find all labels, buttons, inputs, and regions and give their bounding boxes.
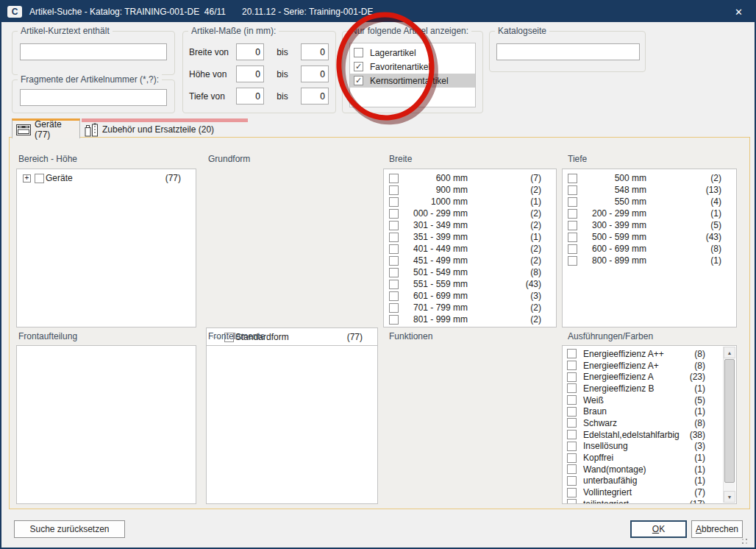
breite-option-row[interactable]: ✓ 1000 mm (1)	[384, 196, 556, 208]
breite-von-input[interactable]	[236, 43, 264, 60]
breite-option-row[interactable]: ✓ 551 - 559 mm (43)	[384, 278, 556, 290]
checkbox[interactable]: ✓	[567, 488, 577, 497]
checkbox[interactable]: ✓	[568, 174, 577, 183]
ausfuehrung-option-row[interactable]: ✓ Insellösung (3)	[563, 441, 736, 453]
abbrechen-button[interactable]: Abbrechen	[691, 520, 743, 538]
checkbox[interactable]: ✓	[389, 303, 399, 313]
hoehe-von-input[interactable]	[236, 65, 264, 82]
ausfuehrung-option-row[interactable]: ✓ Energieeffizienz A+ (8)	[563, 360, 736, 372]
tiefe-option-row[interactable]: ✓ 200 - 299 mm (1)	[563, 208, 736, 219]
breite-option-row[interactable]: ✓ 301 - 349 mm (2)	[384, 219, 556, 231]
scroll-up-icon[interactable]: ▲	[724, 347, 735, 358]
scrollbar-thumb[interactable]	[724, 359, 735, 483]
breite-option-row[interactable]: ✓ 000 - 299 mm (2)	[384, 208, 556, 219]
checkbox[interactable]: ✓	[568, 233, 577, 242]
ausfuehrung-option-row[interactable]: ✓ Kopffrei (1)	[563, 452, 736, 464]
close-icon[interactable]: ✕	[730, 5, 747, 19]
checkbox[interactable]: ✓	[389, 244, 399, 254]
checkbox[interactable]: ✓	[567, 464, 577, 474]
artikel-typ-option[interactable]: ✓ Favoritenartikel	[350, 60, 475, 74]
checkbox[interactable]: ✓	[389, 197, 399, 207]
tiefe-option-row[interactable]: ✓ 300 - 399 mm (5)	[563, 219, 736, 231]
checkbox[interactable]: ✓	[567, 372, 577, 382]
checkbox[interactable]: ✓	[389, 280, 399, 289]
ausfuehrung-option-row[interactable]: ✓ Vollintegriert (7)	[563, 486, 736, 498]
tiefe-option-row[interactable]: ✓ 500 - 599 mm (43)	[563, 231, 736, 243]
checkbox[interactable]: ✓	[567, 349, 577, 358]
resize-grip[interactable]	[746, 539, 747, 540]
tiefe-option-row[interactable]: ✓ 600 - 699 mm (8)	[563, 243, 736, 255]
checkbox[interactable]: ✓	[567, 361, 577, 370]
ausfuehrung-option-row[interactable]: ✓ Edelstahl,edelstahlfarbig (38)	[563, 429, 736, 441]
breite-bis-input[interactable]	[301, 43, 329, 60]
tiefe-bis-input[interactable]	[301, 88, 329, 105]
artikel-typ-option[interactable]: ✓ Lagerartikel	[350, 46, 475, 60]
tiefe-von-input[interactable]	[236, 88, 264, 105]
checkbox[interactable]: ✓	[567, 395, 577, 405]
checkbox[interactable]: ✓	[567, 418, 577, 428]
ausfuehrung-option-row[interactable]: ✓ Wand(montage) (1)	[563, 464, 736, 475]
ausfuehrung-option-row[interactable]: ✓ unterbaufähig (1)	[563, 475, 736, 487]
checkbox[interactable]: ✓	[389, 315, 399, 325]
hoehe-bis-input[interactable]	[301, 65, 329, 82]
ausfuehrung-option-row[interactable]: ✓ Energieeffizienz A (23)	[563, 371, 736, 383]
artikelnummer-input[interactable]	[20, 89, 167, 106]
ausfuehrung-option-row[interactable]: ✓ Schwarz (8)	[563, 417, 736, 429]
expand-plus-icon[interactable]: +	[23, 174, 31, 183]
breite-option-row[interactable]: ✓ 501 - 549 mm (8)	[384, 266, 556, 278]
suche-zuruecksetzen-button[interactable]: Suche zurücksetzen	[14, 520, 125, 538]
checkbox[interactable]: ✓	[567, 442, 577, 451]
breite-option-row[interactable]: ✓ 401 - 449 mm (2)	[384, 243, 556, 255]
breite-option-row[interactable]: ✓ 451 - 499 mm (2)	[384, 255, 556, 266]
checkbox[interactable]: ✓	[389, 209, 399, 219]
breite-option-row[interactable]: ✓ 701 - 799 mm (2)	[384, 302, 556, 314]
tiefe-option-row[interactable]: ✓ 548 mm (13)	[563, 184, 736, 196]
artikel-typ-option[interactable]: ✓ Kernsortimentartikel	[350, 74, 475, 88]
ausfuehrung-option-row[interactable]: ✓ Braun (1)	[563, 405, 736, 417]
breite-option-row[interactable]: ✓ 900 mm (2)	[384, 184, 556, 196]
checkbox[interactable]: ✓	[568, 209, 577, 219]
breite-option-row[interactable]: ✓ 801 - 999 mm (2)	[384, 314, 556, 325]
checkbox[interactable]: ✓	[568, 244, 577, 254]
checkbox[interactable]: ✓	[568, 185, 577, 195]
breite-option-row[interactable]: ✓ 601 - 699 mm (3)	[384, 290, 556, 302]
tab-zubehoer[interactable]: Zubehör und Ersatzteile (20)	[82, 118, 248, 137]
checkbox[interactable]: ✓	[389, 233, 399, 242]
checkbox[interactable]: ✓	[567, 499, 577, 504]
vertical-scrollbar[interactable]: ▲ ▼	[723, 347, 735, 503]
ausfuehrung-option-row[interactable]: ✓ Weiß (5)	[563, 394, 736, 406]
tiefe-option-row[interactable]: ✓ 500 mm (2)	[563, 172, 736, 184]
scroll-down-icon[interactable]: ▼	[724, 491, 735, 503]
checkbox[interactable]: ✓	[354, 76, 363, 85]
kurztext-input[interactable]	[20, 43, 167, 60]
tree-item[interactable]: + ✓ Geräte (77)	[17, 172, 196, 184]
checkbox[interactable]: ✓	[567, 476, 577, 486]
breite-option-row[interactable]: ✓ 351 - 399 mm (1)	[384, 231, 556, 243]
checkbox[interactable]: ✓	[567, 453, 577, 463]
checkbox[interactable]: ✓	[389, 174, 399, 183]
checkbox[interactable]: ✓	[389, 268, 399, 277]
tiefe-option-row[interactable]: ✓ 550 mm (4)	[563, 196, 736, 208]
checkbox[interactable]: ✓	[567, 383, 577, 393]
checkbox[interactable]: ✓	[389, 256, 399, 266]
checkbox[interactable]: ✓	[389, 221, 399, 230]
checkbox[interactable]: ✓	[568, 256, 577, 266]
checkbox[interactable]: ✓	[567, 430, 577, 439]
checkbox[interactable]: ✓	[354, 62, 363, 71]
katalogseite-input[interactable]	[496, 43, 640, 60]
checkbox[interactable]: ✓	[568, 221, 577, 230]
checkbox[interactable]: ✓	[389, 185, 399, 195]
ok-button[interactable]: OK	[630, 520, 687, 538]
checkbox[interactable]: ✓	[567, 407, 577, 417]
tab-geraete[interactable]: Geräte (77)	[12, 118, 80, 138]
ausfuehrung-option-row[interactable]: ✓ Energieeffizienz B (1)	[563, 383, 736, 394]
ausfuehrung-option-row[interactable]: ✓ teilintegriert (17)	[563, 498, 736, 504]
checkbox[interactable]: ✓	[35, 174, 44, 183]
tiefe-option-row[interactable]: ✓ 800 - 899 mm (1)	[563, 255, 736, 266]
ausfuehrung-option-row[interactable]: ✓ Energieeffizienz A++ (8)	[563, 348, 736, 360]
breite-option-row[interactable]: ✓ 600 mm (7)	[384, 172, 556, 184]
checkbox[interactable]: ✓	[389, 291, 399, 301]
checkbox[interactable]: ✓	[354, 48, 363, 57]
checkbox[interactable]: ✓	[568, 197, 577, 207]
expander-slot[interactable]: +	[23, 174, 35, 183]
